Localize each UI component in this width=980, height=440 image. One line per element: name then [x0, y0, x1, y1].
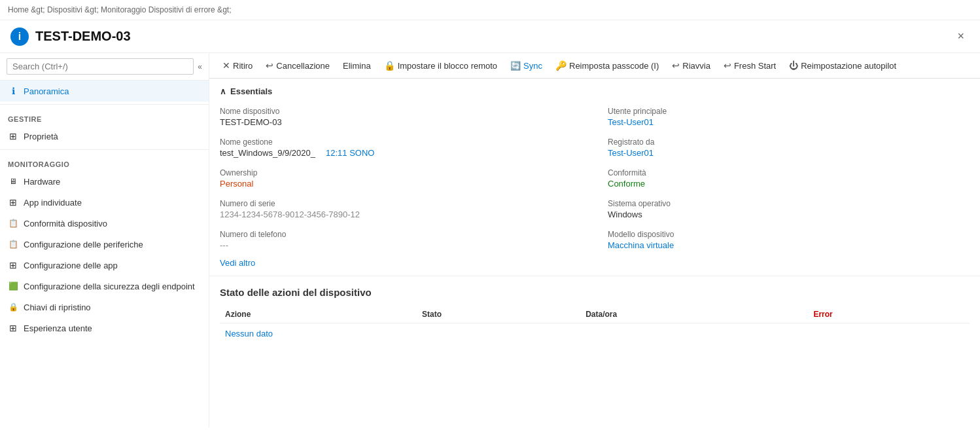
conformita-label: Conformità	[608, 168, 970, 177]
col-data-ora: Data/ora	[580, 306, 808, 323]
registrato-da-label: Registrato da	[608, 138, 970, 147]
numero-serie-label: Numero di serie	[220, 199, 582, 208]
conformita-value: Conforme	[608, 179, 970, 189]
config-app-icon: ⊞	[8, 260, 18, 270]
sync-label: Sync	[523, 61, 542, 71]
sidebar-divider	[0, 104, 209, 105]
table-row-no-data: Nessun dato	[220, 323, 970, 344]
grid-icon: ⊞	[8, 131, 18, 141]
elimina-label: Elimina	[343, 61, 371, 71]
fresh-start-icon: ↩	[724, 60, 731, 71]
sidebar-item-esperienza-utente[interactable]: ⊞ Esperienza utente	[0, 318, 209, 339]
col-stato: Stato	[417, 306, 580, 323]
reimposta-passcode-label: Reimposta passcode (I)	[569, 61, 659, 71]
sistema-operativo-label: Sistema operativo	[608, 199, 970, 208]
sidebar-item-app-individuate[interactable]: ⊞ App individuate	[0, 192, 209, 213]
utente-principale-value: Test-User01	[608, 117, 970, 127]
elimina-button[interactable]: Elimina	[338, 58, 376, 74]
header-left: i TEST-DEMO-03	[10, 28, 131, 46]
content-area: ✕ Ritiro ↩ Cancellazione Elimina 🔒 Impos…	[209, 53, 980, 428]
riavvia-button[interactable]: ↩ Riavvia	[667, 57, 716, 74]
nome-dispositivo-label: Nome dispositivo	[220, 107, 582, 116]
sync-button[interactable]: 🔄 Sync	[505, 58, 548, 74]
essentials-section: ∧ Essentials Nome dispositivo TEST-DEMO-…	[209, 79, 980, 276]
sidebar-item-config-app[interactable]: ⊞ Configurazione delle app	[0, 255, 209, 276]
sidebar-item-label: Chiavi di ripristino	[24, 302, 91, 312]
sidebar-item-chiavi-ripristino[interactable]: 🔒 Chiavi di ripristino	[0, 297, 209, 318]
sistema-operativo-value: Windows	[608, 210, 970, 219]
sidebar-item-config-sicurezza[interactable]: 🟩 Configurazione della sicurezza degli e…	[0, 276, 209, 297]
sidebar-item-label: Panoramica	[24, 86, 69, 96]
lock-icon: 🔒	[384, 60, 395, 71]
modello-dispositivo-label: Modello dispositivo	[608, 230, 970, 239]
sidebar-item-label: Proprietà	[24, 132, 58, 141]
sidebar-divider-2	[0, 149, 209, 150]
apps-icon: ⊞	[8, 197, 18, 208]
conformity-icon: 📋	[8, 218, 18, 229]
actions-table: Azione Stato Data/ora Error Nessun dato	[220, 306, 970, 344]
sidebar-item-label: App individuate	[24, 198, 82, 208]
essentials-header[interactable]: ∧ Essentials	[220, 86, 970, 96]
reimpostazione-autopilot-button[interactable]: ⏻ Reimpostazione autopilot	[784, 57, 901, 74]
nome-gestione-label: Nome gestione	[220, 138, 582, 147]
page-header: i TEST-DEMO-03 ×	[0, 20, 980, 53]
close-button[interactable]: ×	[952, 27, 970, 46]
essentials-item-modello-dispositivo: Modello dispositivo Macchina virtuale	[608, 230, 970, 250]
sidebar-item-hardware[interactable]: 🖥 Hardware	[0, 171, 209, 192]
refresh-icon: ↩	[672, 60, 680, 71]
cancellazione-label: Cancellazione	[276, 61, 330, 71]
nome-gestione-value: test_Windows_9/9/2020_	[220, 148, 315, 158]
numero-serie-value: 1234-1234-5678-9012-3456-7890-12	[220, 210, 582, 219]
undo-icon: ↩	[266, 60, 273, 71]
essentials-item-registrato-da: Registrato da Test-User01	[608, 138, 970, 158]
ritiro-button[interactable]: ✕ Ritiro	[217, 57, 258, 74]
essentials-item-sistema-operativo: Sistema operativo Windows	[608, 199, 970, 219]
sync-icon: 🔄	[510, 61, 521, 71]
sidebar-item-label: Conformità dispositivo	[24, 219, 107, 229]
utente-principale-label: Utente principale	[608, 107, 970, 116]
toolbar: ✕ Ritiro ↩ Cancellazione Elimina 🔒 Impos…	[209, 53, 980, 79]
nome-gestione-time: 12:11 SONO	[326, 148, 374, 158]
sidebar-item-conformita-dispositivo[interactable]: 📋 Conformità dispositivo	[0, 213, 209, 234]
essentials-grid: Nome dispositivo TEST-DEMO-03 Utente pri…	[220, 107, 970, 250]
actions-title: Stato delle azioni del dispositivo	[220, 287, 970, 298]
vedi-altro-link[interactable]: Vedi altro	[220, 258, 255, 268]
ritiro-label: Ritiro	[233, 61, 253, 71]
search-input[interactable]	[7, 58, 194, 75]
col-azione: Azione	[220, 306, 417, 323]
sidebar-item-config-periferiche[interactable]: 📋 Configurazione delle periferiche	[0, 234, 209, 255]
info-icon: i	[10, 28, 29, 46]
sidebar: « ℹ Panoramica Gestire ⊞ Proprietà Monit…	[0, 53, 209, 428]
blocco-remoto-label: Impostare il blocco remoto	[398, 61, 497, 71]
modello-dispositivo-value: Macchina virtuale	[608, 240, 970, 250]
essentials-item-nome-gestione: Nome gestione test_Windows_9/9/2020_ 12:…	[220, 138, 582, 158]
actions-section: Stato delle azioni del dispositivo Azion…	[209, 276, 980, 354]
power-icon: ⏻	[789, 60, 798, 71]
reimposta-passcode-button[interactable]: 🔑 Reimposta passcode (I)	[550, 57, 664, 74]
cancellazione-button[interactable]: ↩ Cancellazione	[260, 57, 335, 74]
main-layout: « ℹ Panoramica Gestire ⊞ Proprietà Monit…	[0, 53, 980, 428]
numero-telefono-label: Numero di telefono	[220, 230, 582, 239]
ownership-value: Personal	[220, 179, 582, 189]
fresh-start-button[interactable]: ↩ Fresh Start	[718, 57, 781, 74]
chevron-up-icon: ∧	[220, 86, 226, 96]
collapse-button[interactable]: «	[198, 62, 202, 71]
sidebar-item-label: Configurazione delle periferiche	[24, 240, 143, 249]
key-icon: 🔒	[8, 302, 18, 312]
riavvia-label: Riavvia	[682, 61, 710, 71]
essentials-item-utente-principale: Utente principale Test-User01	[608, 107, 970, 127]
col-error: Error	[808, 306, 970, 323]
breadcrumb: Home &gt; Dispositivi &gt; Monitoraggio …	[0, 0, 980, 20]
nome-dispositivo-value: TEST-DEMO-03	[220, 117, 582, 127]
sidebar-item-label: Configurazione delle app	[24, 261, 118, 270]
blocco-remoto-button[interactable]: 🔒 Impostare il blocco remoto	[379, 57, 502, 74]
numero-telefono-value: ---	[220, 240, 582, 250]
user-experience-icon: ⊞	[8, 323, 18, 333]
ownership-label: Ownership	[220, 168, 582, 177]
sidebar-item-label: Configurazione della sicurezza degli end…	[24, 282, 195, 291]
sidebar-item-panoramica[interactable]: ℹ Panoramica	[0, 81, 209, 101]
essentials-item-numero-serie: Numero di serie 1234-1234-5678-9012-3456…	[220, 199, 582, 219]
registrato-da-value: Test-User01	[608, 148, 970, 158]
sidebar-item-proprieta[interactable]: ⊞ Proprietà	[0, 126, 209, 147]
sidebar-section-gestire: Gestire	[0, 107, 209, 126]
